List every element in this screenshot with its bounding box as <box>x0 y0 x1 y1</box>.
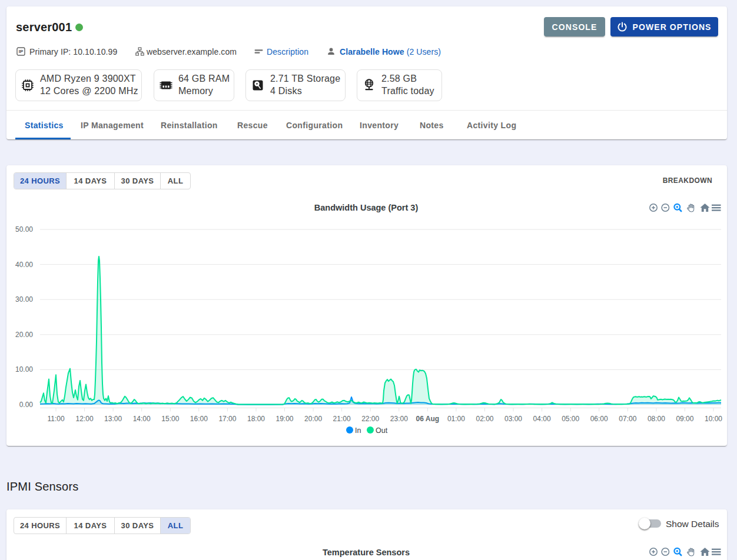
svg-text:05:00: 05:00 <box>562 415 579 423</box>
svg-text:08:00: 08:00 <box>648 415 665 423</box>
svg-text:06 Aug: 06 Aug <box>416 415 440 423</box>
svg-text:IP: IP <box>19 49 24 54</box>
svg-text:23:00: 23:00 <box>390 415 408 423</box>
svg-text:10.00: 10.00 <box>15 365 33 374</box>
svg-text:16:00: 16:00 <box>190 415 208 423</box>
svg-text:15:00: 15:00 <box>161 415 179 423</box>
svg-text:06:00: 06:00 <box>590 415 608 423</box>
svg-text:0.00: 0.00 <box>19 401 34 409</box>
svg-text:10:00: 10:00 <box>705 415 722 423</box>
svg-text:02:00: 02:00 <box>476 415 493 423</box>
svg-text:In: In <box>355 426 361 435</box>
svg-text:17:00: 17:00 <box>218 415 236 423</box>
svg-text:01:00: 01:00 <box>447 415 465 423</box>
svg-text:Bandwidth Usage (Port 3): Bandwidth Usage (Port 3) <box>314 203 419 212</box>
svg-text:19:00: 19:00 <box>275 415 293 423</box>
svg-text:22:00: 22:00 <box>361 415 379 423</box>
svg-text:04:00: 04:00 <box>533 415 551 423</box>
svg-text:09:00: 09:00 <box>676 415 693 423</box>
svg-text:21:00: 21:00 <box>333 415 351 423</box>
svg-text:Temperature Sensors: Temperature Sensors <box>323 548 410 557</box>
svg-text:07:00: 07:00 <box>619 415 636 423</box>
svg-text:Out: Out <box>376 426 388 435</box>
svg-text:18:00: 18:00 <box>247 415 265 423</box>
svg-text:14:00: 14:00 <box>133 415 151 423</box>
svg-text:20:00: 20:00 <box>304 415 322 423</box>
svg-text:03:00: 03:00 <box>504 415 522 423</box>
svg-text:12:00: 12:00 <box>76 415 94 423</box>
svg-text:50.00: 50.00 <box>15 225 33 234</box>
svg-text:40.00: 40.00 <box>15 261 33 269</box>
svg-text:11:00: 11:00 <box>47 415 64 423</box>
svg-text:20.00: 20.00 <box>15 331 33 339</box>
svg-text:13:00: 13:00 <box>104 415 122 423</box>
svg-text:30.00: 30.00 <box>15 295 33 304</box>
